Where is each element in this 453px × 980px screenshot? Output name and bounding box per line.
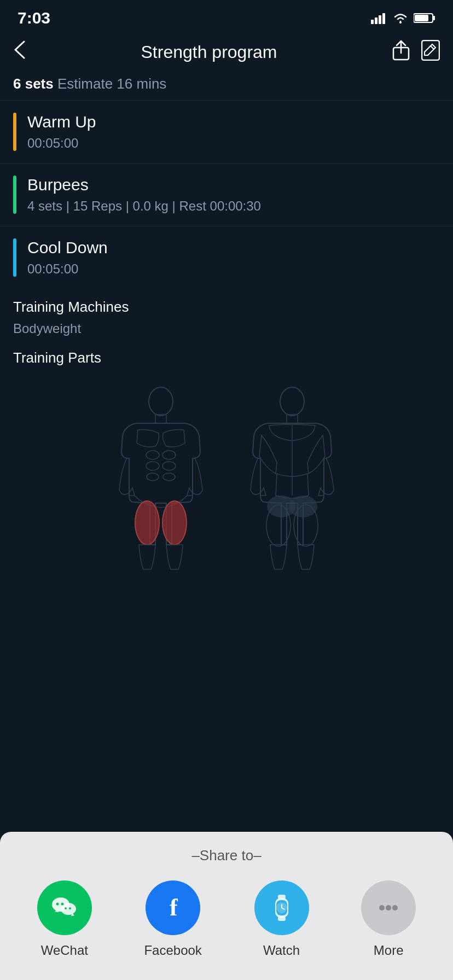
- share-facebook[interactable]: f Facebook: [144, 880, 201, 958]
- body-diagram: [0, 370, 453, 572]
- svg-rect-9: [422, 40, 439, 60]
- watch-label: Watch: [263, 943, 300, 958]
- exercise-list: Warm Up 00:05:00 Burpees 4 sets | 15 Rep…: [0, 100, 453, 289]
- page-title: Strength program: [26, 42, 392, 62]
- facebook-label: Facebook: [144, 943, 201, 958]
- estimate-text: Estimate 16 mins: [54, 75, 167, 92]
- svg-point-34: [69, 907, 71, 909]
- more-icon-circle: [361, 880, 416, 935]
- exercise-name: Cool Down: [27, 238, 440, 257]
- svg-rect-7: [415, 15, 428, 21]
- bodyweight-label: Bodyweight: [0, 319, 453, 340]
- svg-point-16: [147, 473, 159, 481]
- nav-actions: [392, 40, 440, 65]
- status-bar: 7:03: [0, 0, 453, 33]
- exercise-item[interactable]: Warm Up 00:05:00: [0, 100, 453, 163]
- svg-point-32: [61, 903, 63, 906]
- svg-rect-2: [379, 15, 381, 24]
- exercise-accent: [13, 176, 16, 214]
- svg-point-15: [162, 462, 176, 470]
- battery-icon: [414, 12, 435, 24]
- svg-point-17: [163, 473, 175, 481]
- training-machines-label: Training Machines: [0, 289, 453, 319]
- exercise-accent: [13, 113, 16, 151]
- edit-button[interactable]: [421, 40, 440, 65]
- exercise-item[interactable]: Cool Down 00:05:00: [0, 226, 453, 289]
- back-button[interactable]: [13, 39, 26, 65]
- facebook-icon-circle: f: [146, 880, 200, 935]
- exercise-content: Warm Up 00:05:00: [27, 113, 440, 151]
- wechat-icon-circle: [37, 880, 92, 935]
- signal-icon: [371, 12, 387, 24]
- wifi-icon: [393, 12, 408, 24]
- share-wechat[interactable]: WeChat: [37, 880, 92, 958]
- share-watch[interactable]: Watch: [254, 880, 309, 958]
- share-options: WeChat f Facebook: [11, 880, 442, 958]
- svg-rect-1: [375, 18, 378, 24]
- exercise-detail: 00:05:00: [27, 136, 440, 151]
- exercise-name: Warm Up: [27, 113, 440, 131]
- svg-point-4: [399, 21, 402, 24]
- svg-point-31: [56, 903, 59, 906]
- svg-rect-3: [382, 13, 385, 24]
- svg-point-13: [162, 451, 176, 459]
- svg-point-12: [146, 451, 159, 459]
- svg-point-10: [149, 387, 173, 416]
- share-more[interactable]: More: [361, 880, 416, 958]
- share-sheet: –Share to– WeChat f: [0, 832, 453, 980]
- svg-rect-38: [278, 895, 286, 899]
- svg-rect-0: [371, 20, 374, 24]
- svg-point-45: [392, 905, 398, 911]
- svg-point-44: [386, 905, 391, 911]
- svg-point-26: [289, 495, 317, 517]
- exercise-detail: 00:05:00: [27, 261, 440, 277]
- body-back-svg: [237, 386, 347, 572]
- share-title: –Share to–: [11, 847, 442, 864]
- svg-rect-39: [278, 917, 286, 921]
- sets-count: 6 sets: [13, 75, 54, 92]
- nav-bar: Strength program: [0, 33, 453, 71]
- watch-icon-circle: [254, 880, 309, 935]
- svg-rect-6: [433, 16, 435, 20]
- svg-point-14: [146, 462, 159, 470]
- status-icons: [371, 12, 435, 24]
- svg-point-22: [280, 387, 304, 416]
- exercise-item[interactable]: Burpees 4 sets | 15 Reps | 0.0 kg | Rest…: [0, 163, 453, 226]
- exercise-content: Cool Down 00:05:00: [27, 238, 440, 277]
- svg-point-33: [65, 907, 67, 909]
- share-button[interactable]: [392, 40, 410, 65]
- exercise-accent: [13, 238, 16, 277]
- svg-point-43: [379, 905, 385, 911]
- status-time: 7:03: [18, 9, 50, 27]
- training-parts-label: Training Parts: [0, 340, 453, 370]
- wechat-label: WeChat: [41, 943, 88, 958]
- more-label: More: [374, 943, 404, 958]
- svg-text:f: f: [170, 894, 178, 921]
- info-line: 6 sets Estimate 16 mins: [0, 71, 453, 100]
- exercise-name: Burpees: [27, 176, 440, 194]
- exercise-content: Burpees 4 sets | 15 Reps | 0.0 kg | Rest…: [27, 176, 440, 214]
- body-front-svg: [106, 386, 216, 572]
- exercise-detail: 4 sets | 15 Reps | 0.0 kg | Rest 00:00:3…: [27, 199, 440, 214]
